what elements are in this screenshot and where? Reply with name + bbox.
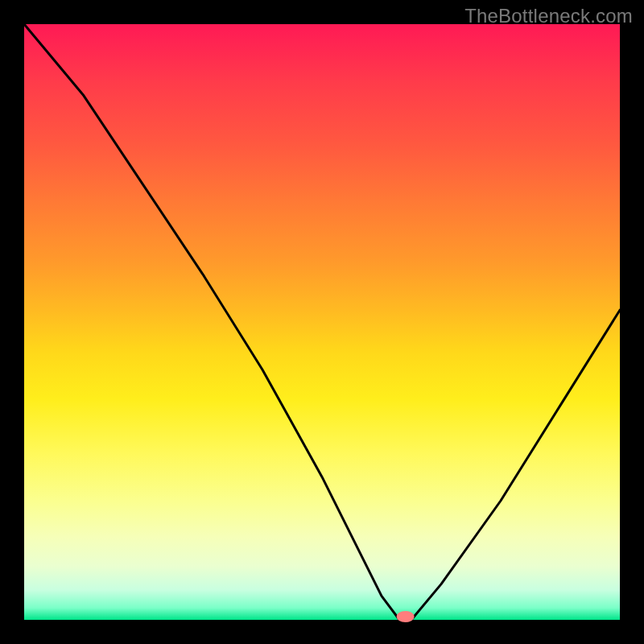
plot-area (24, 24, 620, 620)
chart-container: TheBottleneck.com (0, 0, 644, 644)
optimal-point-marker (397, 611, 415, 622)
bottleneck-curve (24, 24, 620, 620)
chart-svg (24, 24, 620, 620)
